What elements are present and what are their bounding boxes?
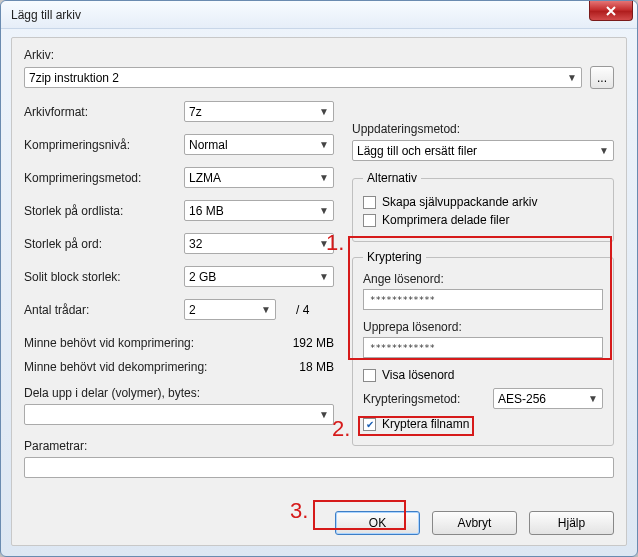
encnames-label: Kryptera filnamn	[382, 417, 469, 431]
sfx-label: Skapa självuppackande arkiv	[382, 195, 537, 209]
dictsize-label: Storlek på ordlista:	[24, 204, 184, 218]
showpwd-label: Visa lösenord	[382, 368, 455, 382]
complevel-label: Komprimeringsnivå:	[24, 138, 184, 152]
options-legend: Alternativ	[363, 171, 421, 185]
solidblock-label: Solit block storlek:	[24, 270, 184, 284]
cancel-button[interactable]: Avbryt	[432, 511, 517, 535]
pwd1-label: Ange lösenord:	[363, 272, 603, 286]
right-column: Uppdateringsmetod: Lägg till och ersätt …	[352, 122, 614, 454]
chevron-down-icon: ▼	[313, 238, 329, 249]
titlebar: Lägg till arkiv	[1, 1, 637, 29]
close-button[interactable]	[589, 1, 633, 21]
pwd2-value: ************	[370, 343, 435, 353]
chevron-down-icon: ▼	[313, 205, 329, 216]
memcomp-value: 192 MB	[293, 336, 334, 350]
ellipsis-icon: ...	[597, 71, 607, 85]
update-label: Uppdateringsmetod:	[352, 122, 614, 136]
memdecomp-value: 18 MB	[299, 360, 334, 374]
compmethod-combo[interactable]: LZMA ▼	[184, 167, 334, 188]
compmethod-value: LZMA	[189, 171, 221, 185]
chevron-down-icon: ▼	[561, 72, 577, 83]
shared-checkbox[interactable]	[363, 214, 376, 227]
archive-label: Arkiv:	[24, 48, 614, 62]
ok-button[interactable]: OK	[335, 511, 420, 535]
memcomp-label: Minne behövt vid komprimering:	[24, 336, 194, 350]
format-label: Arkivformat:	[24, 105, 184, 119]
archive-value: 7zip instruktion 2	[29, 71, 119, 85]
encmethod-label: Krypteringsmetod:	[363, 392, 460, 406]
threads-value: 2	[189, 303, 196, 317]
compmethod-label: Komprimeringsmetod:	[24, 171, 184, 185]
chevron-down-icon: ▼	[313, 139, 329, 150]
password-input[interactable]: ************	[363, 289, 603, 310]
window-title: Lägg till arkiv	[7, 8, 81, 22]
pwd2-label: Upprepa lösenord:	[363, 320, 603, 334]
complevel-combo[interactable]: Normal ▼	[184, 134, 334, 155]
encryption-fieldset: Kryptering Ange lösenord: ************ U…	[352, 250, 614, 446]
encmethod-combo[interactable]: AES-256 ▼	[493, 388, 603, 409]
dictsize-combo[interactable]: 16 MB ▼	[184, 200, 334, 221]
split-combo[interactable]: ▼	[24, 404, 334, 425]
dictsize-value: 16 MB	[189, 204, 224, 218]
dialog-window: Lägg till arkiv Arkiv: 7zip instruktion …	[0, 0, 638, 557]
wordsize-label: Storlek på ord:	[24, 237, 184, 251]
button-row: OK Avbryt Hjälp	[24, 511, 614, 535]
update-value: Lägg till och ersätt filer	[357, 144, 477, 158]
pwd1-value: ************	[370, 295, 435, 305]
chevron-down-icon: ▼	[313, 106, 329, 117]
browse-button[interactable]: ...	[590, 66, 614, 89]
chevron-down-icon: ▼	[255, 304, 271, 315]
shared-label: Komprimera delade filer	[382, 213, 509, 227]
chevron-down-icon: ▼	[593, 145, 609, 156]
help-button[interactable]: Hjälp	[529, 511, 614, 535]
threads-combo[interactable]: 2 ▼	[184, 299, 276, 320]
chevron-down-icon: ▼	[582, 393, 598, 404]
wordsize-combo[interactable]: 32 ▼	[184, 233, 334, 254]
options-fieldset: Alternativ Skapa självuppackande arkiv K…	[352, 171, 614, 242]
format-value: 7z	[189, 105, 202, 119]
dialog-content: Arkiv: 7zip instruktion 2 ▼ ... Arkivfor…	[11, 37, 627, 546]
threads-label: Antal trådar:	[24, 303, 184, 317]
split-label: Dela upp i delar (volymer), bytes:	[24, 386, 346, 400]
password-repeat-input[interactable]: ************	[363, 337, 603, 358]
encnames-checkbox[interactable]: ✔	[363, 418, 376, 431]
close-icon	[605, 6, 617, 16]
solidblock-value: 2 GB	[189, 270, 216, 284]
params-input[interactable]	[24, 457, 614, 478]
threads-max: / 4	[296, 303, 309, 317]
format-combo[interactable]: 7z ▼	[184, 101, 334, 122]
chevron-down-icon: ▼	[313, 172, 329, 183]
chevron-down-icon: ▼	[313, 409, 329, 420]
archive-combo[interactable]: 7zip instruktion 2 ▼	[24, 67, 582, 88]
encmethod-value: AES-256	[498, 392, 546, 406]
complevel-value: Normal	[189, 138, 228, 152]
memdecomp-label: Minne behövt vid dekomprimering:	[24, 360, 207, 374]
update-combo[interactable]: Lägg till och ersätt filer ▼	[352, 140, 614, 161]
solidblock-combo[interactable]: 2 GB ▼	[184, 266, 334, 287]
showpwd-checkbox[interactable]	[363, 369, 376, 382]
sfx-checkbox[interactable]	[363, 196, 376, 209]
wordsize-value: 32	[189, 237, 202, 251]
chevron-down-icon: ▼	[313, 271, 329, 282]
encryption-legend: Kryptering	[363, 250, 426, 264]
